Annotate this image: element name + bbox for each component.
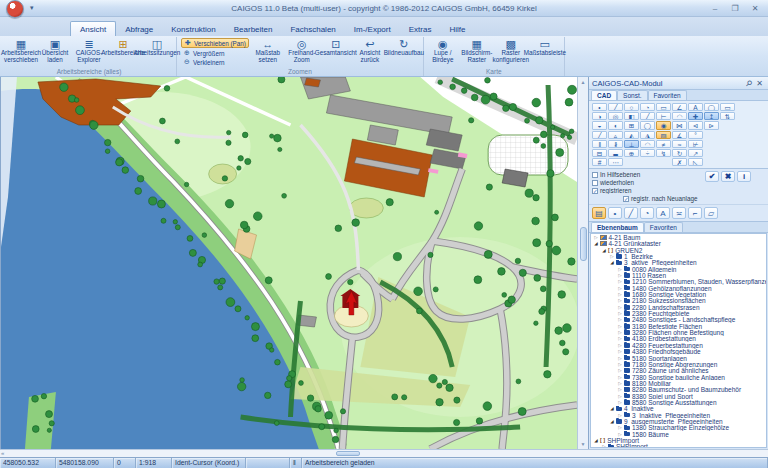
expanded-icon[interactable]: ◢ <box>609 260 615 265</box>
ribbon-button-verkleinern[interactable]: ⊖Verkleinern <box>181 58 249 66</box>
cad-tool-icon-r6c7[interactable]: ↗ <box>688 149 703 157</box>
panel-tab-favoriten[interactable]: Favoriten <box>648 90 687 100</box>
draw-tool-1[interactable]: ▤ <box>592 207 606 219</box>
cad-tool-icon-r5c1[interactable]: ∥ <box>592 140 607 148</box>
confirm-button[interactable]: ✔ <box>705 171 719 182</box>
ribbon-button-gesamtansicht[interactable]: ⊡Gesamtansicht <box>319 37 353 64</box>
cad-tool-icon-r2c3[interactable]: ◧ <box>624 112 639 120</box>
draw-tool-8[interactable]: ▱ <box>704 207 718 219</box>
cad-tool-icon-r4c7[interactable]: ° <box>688 131 703 139</box>
ribbon-button-vergr-ern[interactable]: ⊕Vergrößern <box>181 49 249 57</box>
checkbox-box[interactable]: ✓ <box>623 196 629 202</box>
cad-tool-icon-r4c1[interactable]: ╱ <box>592 131 607 139</box>
cad-tool-icon-r1c1[interactable]: • <box>592 103 607 111</box>
checkbox-box[interactable] <box>592 172 598 178</box>
cad-tool-icon-r5c2[interactable]: ∦ <box>608 140 623 148</box>
ribbon-button-arbeitsbereich-verschieben[interactable]: ▦Arbeitsbereich verschieben <box>4 37 38 64</box>
cad-tool-icon-r4c5[interactable]: ▨ <box>656 131 671 139</box>
cad-tool-icon-r3c5[interactable]: ◉ <box>656 121 671 129</box>
panel-close-icon[interactable]: ✕ <box>754 79 765 88</box>
ribbon-button-lupe-birdeye[interactable]: ◉Lupe / Birdeye <box>426 37 460 64</box>
ribbon-button-bildneuaufbau[interactable]: ↻Bildneuaufbau <box>387 37 421 64</box>
app-logo-icon[interactable] <box>6 0 24 18</box>
expanded-icon[interactable]: ◢ <box>609 406 615 411</box>
draw-tool-5[interactable]: A <box>656 207 670 219</box>
cad-tool-icon-r1c8[interactable]: ◯ <box>704 103 719 111</box>
checkbox-in-hilfsebenen[interactable]: In Hilfsebenen <box>592 171 640 178</box>
cad-tool-icon-r2c6[interactable]: ◠ <box>672 112 687 120</box>
ribbon-button-bersicht-laden[interactable]: ▣Übersicht laden <box>38 37 72 64</box>
cad-tool-icon-r3c3[interactable]: ⊞ <box>624 121 639 129</box>
cad-tool-icon-r7c6[interactable]: ✗ <box>672 158 687 166</box>
cad-tool-icon-r5c5[interactable]: ≠ <box>656 140 671 148</box>
expanded-icon[interactable]: ◢ <box>593 241 599 246</box>
cad-tool-icon-r6c2[interactable]: ▄ <box>608 149 623 157</box>
info-button[interactable]: i <box>737 171 751 182</box>
cad-tool-icon-r6c1[interactable]: ⊟ <box>592 149 607 157</box>
ribbon-button-freihand-zoom[interactable]: ◎Freihand-Zoom <box>285 37 319 64</box>
collapsed-icon[interactable]: ▷ <box>617 413 623 418</box>
tab-extras[interactable]: Extras <box>400 22 441 36</box>
cad-tool-icon-r1c3[interactable]: ○ <box>624 103 639 111</box>
expanded-icon[interactable]: ◢ <box>601 248 607 253</box>
cad-tool-icon-r2c7[interactable]: ✚ <box>688 112 703 120</box>
ribbon-button-bildschirm-raster[interactable]: ▦Bildschirm-Raster <box>460 37 494 64</box>
cad-tool-icon-r5c6[interactable]: ≈ <box>672 140 687 148</box>
cad-tool-icon-r3c1[interactable]: ◒ <box>592 121 607 129</box>
cad-tool-icon-r7c1[interactable]: # <box>592 158 607 166</box>
draw-tool-3[interactable]: ╱ <box>624 207 638 219</box>
cad-tool-icon-r6c3[interactable]: ⊕ <box>624 149 639 157</box>
cad-tool-icon-r1c5[interactable]: ▭ <box>656 103 671 111</box>
draw-tool-4[interactable]: ◔ <box>640 207 654 219</box>
cad-tool-icon-r1c9[interactable]: ▭ <box>720 103 735 111</box>
collapsed-icon[interactable]: ▷ <box>617 292 623 297</box>
cad-tool-icon-r1c2[interactable]: ╱ <box>608 103 623 111</box>
collapsed-icon[interactable]: ▷ <box>617 362 623 367</box>
checkbox-box[interactable] <box>592 180 598 186</box>
collapsed-icon[interactable]: ▷ <box>617 425 623 430</box>
tab-abfrage[interactable]: Abfrage <box>116 22 162 36</box>
cad-tool-icon-r3c4[interactable]: ◯ <box>640 121 655 129</box>
collapsed-icon[interactable]: ▷ <box>617 387 623 392</box>
cad-tool-icon-r3c6[interactable]: ⋈ <box>672 121 687 129</box>
cad-tool-icon-r2c1[interactable]: ◑ <box>592 112 607 120</box>
collapsed-icon[interactable]: ▷ <box>617 394 623 399</box>
tree-tab-favoriten[interactable]: Favoriten <box>644 222 683 232</box>
collapsed-icon[interactable]: ▷ <box>617 330 623 335</box>
ribbon-button-verschieben-pan[interactable]: ✚Verschieben (Pan) <box>181 38 249 48</box>
collapsed-icon[interactable]: ▷ <box>617 305 623 310</box>
tab-hilfe[interactable]: Hilfe <box>440 22 474 36</box>
ribbon-button-arbeitssitzungen[interactable]: ◫Arbeitssitzungen <box>140 37 174 57</box>
collapsed-icon[interactable]: ▷ <box>617 279 623 284</box>
collapsed-icon[interactable]: ▷ <box>617 356 623 361</box>
collapsed-icon[interactable]: ▷ <box>617 324 623 329</box>
cad-tool-icon-r4c2[interactable]: ▵ <box>608 131 623 139</box>
map-canvas[interactable] <box>0 77 577 449</box>
ribbon-button-ma-stab-setzen[interactable]: ↔Maßstab setzen <box>251 37 285 64</box>
collapsed-icon[interactable]: ▷ <box>617 432 623 437</box>
cad-tool-icon-r6c6[interactable]: ↻ <box>672 149 687 157</box>
map-vertical-scrollbar[interactable]: ▲ ▼ <box>577 77 588 449</box>
cad-tool-icon-r5c4[interactable]: ◠ <box>640 140 655 148</box>
checkbox-registr-nach-neuanlage[interactable]: ✓registr. nach Neuanlage <box>623 195 765 202</box>
collapsed-icon[interactable]: ▷ <box>617 298 623 303</box>
collapsed-icon[interactable]: ▷ <box>609 254 615 259</box>
cad-tool-icon-r3c7[interactable]: ⊲ <box>688 121 703 129</box>
checkbox-box[interactable]: ✓ <box>592 188 598 194</box>
cad-tool-icon-r4c3[interactable]: ◭ <box>624 131 639 139</box>
collapsed-icon[interactable]: ▷ <box>617 381 623 386</box>
cancel-button[interactable]: ✖ <box>721 171 735 182</box>
cad-tool-icon-r6c4[interactable]: ÷ <box>640 149 655 157</box>
draw-tool-7[interactable]: ⌐ <box>688 207 702 219</box>
collapsed-icon[interactable]: ▷ <box>617 311 623 316</box>
tab-ansicht[interactable]: Ansicht <box>70 21 116 36</box>
map-horizontal-scrollbar[interactable]: « <box>0 449 768 457</box>
collapsed-icon[interactable]: ▷ <box>617 349 623 354</box>
tab-konstruktion[interactable]: Konstruktion <box>162 22 224 36</box>
collapsed-icon[interactable]: ▷ <box>617 368 623 373</box>
expanded-icon[interactable]: ◢ <box>593 438 599 443</box>
cad-tool-icon-r4c4[interactable]: ◮ <box>640 131 655 139</box>
cad-tool-icon-r2c2[interactable]: ◎ <box>608 112 623 120</box>
collapsed-icon[interactable]: ▷ <box>617 267 623 272</box>
cad-tool-icon-r1c7[interactable]: A <box>688 103 703 111</box>
